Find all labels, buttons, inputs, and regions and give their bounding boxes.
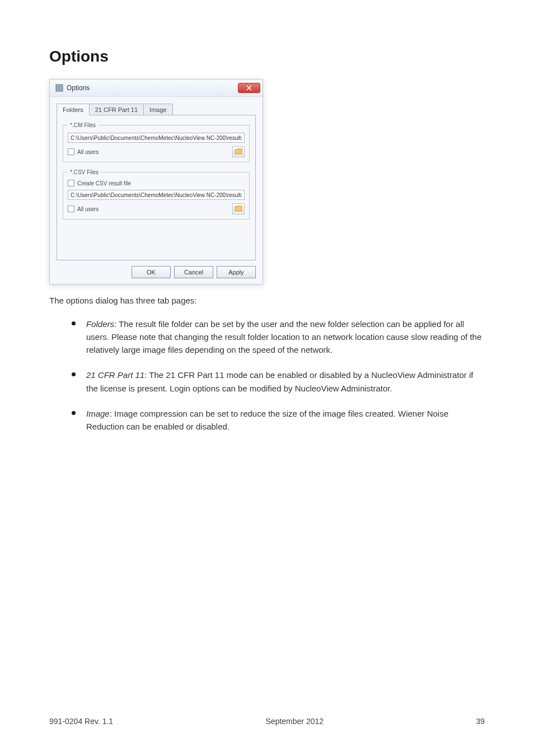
csv-allusers-checkbox[interactable] [68, 206, 74, 212]
bullet-image-text: : Image compression can be set to reduce… [86, 409, 448, 431]
bullet-21cfr-label: 21 CFR Part 11 [86, 370, 144, 380]
tab-folders[interactable]: Folders [57, 104, 90, 115]
group-csv-files: *.CSV Files Create CSV result file All u… [63, 169, 250, 220]
cm-allusers-label: All users [77, 149, 99, 155]
tab-bar: Folders 21 CFR Part 11 Image [57, 104, 256, 115]
tab-21cfr[interactable]: 21 CFR Part 11 [89, 104, 144, 115]
apply-button[interactable]: Apply [217, 266, 256, 278]
group-cm-legend: *.CM Files [68, 122, 98, 128]
options-dialog: Options Folders 21 CFR Part 11 Image *.C… [49, 79, 263, 284]
footer: 991-0204 Rev. 1.1 September 2012 39 [49, 717, 485, 726]
csv-create-checkbox[interactable] [68, 180, 74, 186]
footer-center: September 2012 [266, 717, 324, 726]
bullet-folders-label: Folders [86, 319, 114, 329]
csv-create-row[interactable]: Create CSV result file [68, 180, 245, 186]
group-csv-legend: *.CSV Files [68, 169, 101, 175]
footer-left: 991-0204 Rev. 1.1 [49, 717, 113, 726]
bullet-21cfr-text: : The 21 CFR Part 11 mode can be enabled… [86, 370, 474, 393]
csv-allusers-row[interactable]: All users [68, 206, 99, 212]
app-icon [55, 84, 63, 92]
bullet-folders: Folders: The result file folder can be s… [76, 318, 485, 357]
ok-button[interactable]: OK [132, 266, 171, 278]
cm-path-input[interactable] [68, 133, 245, 143]
csv-path-input[interactable] [68, 190, 245, 200]
csv-browse-button[interactable] [232, 203, 245, 214]
cm-allusers-row[interactable]: All users [68, 148, 99, 155]
tab-image[interactable]: Image [143, 104, 173, 115]
cancel-button[interactable]: Cancel [174, 266, 213, 278]
intro-text: The options dialog has three tab pages: [49, 295, 485, 307]
bullet-21cfr: 21 CFR Part 11: The 21 CFR Part 11 mode … [76, 368, 485, 395]
cm-allusers-checkbox[interactable] [68, 148, 74, 155]
tab-content: *.CM Files All users *.CSV Files [57, 115, 256, 260]
footer-right: 39 [476, 717, 485, 726]
bullet-image-label: Image [86, 409, 110, 418]
titlebar: Options [50, 80, 263, 97]
close-button[interactable] [238, 83, 260, 93]
group-cm-files: *.CM Files All users [63, 122, 250, 162]
page-title: Options [49, 48, 485, 66]
csv-create-label: Create CSV result file [77, 180, 131, 186]
bullet-folders-text: : The result file folder can be set by t… [86, 319, 481, 355]
bullet-image: Image: Image compression can be set to r… [76, 407, 485, 433]
csv-allusers-label: All users [77, 206, 99, 212]
svg-rect-0 [56, 85, 63, 91]
dialog-title: Options [67, 84, 238, 92]
cm-browse-button[interactable] [232, 146, 245, 157]
